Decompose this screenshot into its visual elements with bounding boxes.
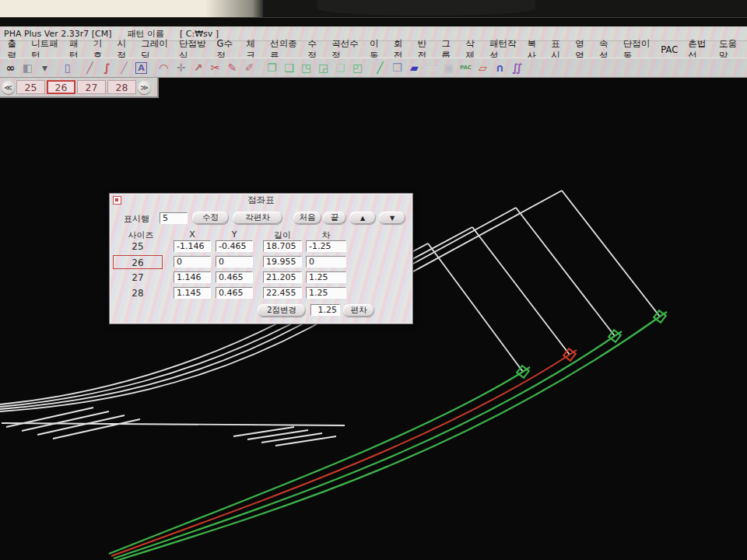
pattern-new-icon[interactable]: ❐: [264, 60, 280, 76]
scissors-icon: ✂: [211, 61, 220, 74]
cell-diff-size-28[interactable]: 1.25: [306, 287, 346, 299]
size-tab-25[interactable]: 25: [16, 80, 45, 94]
menu-bar: 출력니트패턴패턴기호시점그레이딩단점방식G수정체크선의종류수정곡선수정이동회전반…: [0, 40, 747, 58]
glasses-icon: ∞: [6, 61, 16, 74]
curve-n-icon[interactable]: ∩: [492, 60, 508, 76]
display-row-input[interactable]: 5: [160, 212, 188, 224]
curve-tool-icon[interactable]: ∫: [99, 60, 115, 76]
cell-y-size-25[interactable]: -0.465: [216, 240, 253, 252]
notch-line-6[interactable]: [247, 430, 308, 439]
column-header-x: X: [174, 229, 211, 240]
size-row-label-25[interactable]: 25: [113, 240, 163, 254]
pattern-page-icon[interactable]: ❏: [332, 60, 349, 76]
row-up-button[interactable]: ▲: [349, 212, 376, 224]
pattern-copy-icon[interactable]: ❑: [281, 60, 297, 76]
blank-page-icon[interactable]: ▭: [423, 60, 440, 76]
pencil-icon[interactable]: ✎: [224, 60, 240, 76]
menu-item-24[interactable]: PAC: [656, 44, 683, 55]
two-point-value-input[interactable]: 1.25: [310, 304, 340, 316]
size-tab-26[interactable]: 26: [47, 80, 75, 94]
side-edge-size-28[interactable]: [562, 191, 660, 317]
first-button[interactable]: 처음: [293, 212, 321, 224]
pin-icon[interactable]: ▾: [37, 60, 53, 76]
eraser-icon[interactable]: ▰: [406, 60, 423, 76]
line-tool-icon[interactable]: ╱: [82, 60, 98, 76]
side-edge-size-26[interactable]: [472, 227, 570, 355]
size-row-label-28[interactable]: 28: [113, 286, 163, 300]
room-object: [317, 0, 535, 16]
size-tab-28[interactable]: 28: [107, 80, 136, 94]
dialog-system-icon[interactable]: [113, 196, 121, 205]
bottom-curve-size-27[interactable]: [114, 331, 622, 558]
app-screen: PHA Plus Ver 2.33r7 [CM] 패턴 이름 [ C:₩sv ]…: [0, 26, 747, 560]
cell-x-size-25[interactable]: -1.146: [174, 240, 211, 252]
pattern-rotate-icon[interactable]: ◰: [349, 60, 366, 76]
deviation-button[interactable]: 편차: [343, 304, 374, 317]
bottom-curve-size-25[interactable]: [109, 367, 530, 554]
cell-diff-size-27[interactable]: 1.25: [306, 271, 346, 283]
cell-y-size-26[interactable]: 0: [216, 256, 253, 268]
cell-length-size-28[interactable]: 22.455: [263, 287, 302, 299]
pages-icon[interactable]: ▣: [440, 60, 457, 76]
cell-length-size-25[interactable]: 18.705: [263, 240, 302, 252]
cell-y-size-27[interactable]: 0.465: [216, 271, 253, 283]
pattern-page-icon: ❏: [335, 61, 345, 74]
arc-tool-icon: ◠: [160, 61, 168, 74]
size-tab-27[interactable]: 27: [77, 80, 106, 94]
angle-deviation-button[interactable]: 각편차: [233, 212, 282, 224]
pattern-join-icon[interactable]: ◲: [315, 60, 331, 76]
notch-line-8[interactable]: [275, 436, 336, 446]
column-header-length: 길이: [263, 229, 302, 241]
leaf-icon[interactable]: ╱: [372, 60, 388, 76]
cross-tool-icon[interactable]: ✛: [173, 60, 189, 76]
new-page-icon[interactable]: ▯: [59, 60, 75, 76]
arc-tool-icon[interactable]: ◠: [156, 60, 172, 76]
polyline-tool-icon: ╱: [121, 61, 127, 74]
cell-length-size-27[interactable]: 21.205: [263, 271, 302, 283]
notch-line-7[interactable]: [261, 433, 322, 443]
two-point-change-button[interactable]: 2점변경: [258, 304, 306, 317]
pen-icon[interactable]: ✐: [241, 60, 258, 76]
arrow-tool-icon[interactable]: ↗: [190, 60, 206, 76]
cell-length-size-26[interactable]: 19.955: [263, 256, 302, 268]
cell-x-size-26[interactable]: 0: [174, 256, 211, 268]
side-edge-size-25[interactable]: [428, 243, 523, 372]
column-header-y: Y: [216, 229, 253, 240]
pencil-icon: ✎: [228, 61, 237, 74]
polyline-tool-icon[interactable]: ╱: [116, 60, 132, 76]
modify-button[interactable]: 수정: [192, 212, 229, 224]
size-row-label-26[interactable]: 26: [113, 255, 163, 269]
room-wall: [0, 0, 263, 17]
row-down-button[interactable]: ▼: [379, 212, 405, 224]
size-row-label-27[interactable]: 27: [113, 271, 163, 285]
side-edge-size-27[interactable]: [516, 208, 615, 336]
arrow-tool-icon: ↗: [194, 61, 203, 74]
pattern-cut-icon[interactable]: ◳: [298, 60, 314, 76]
folder-icon[interactable]: ❒: [389, 60, 405, 76]
cell-diff-size-25[interactable]: -1.25: [306, 240, 346, 252]
pac-export-icon[interactable]: PAC: [458, 60, 474, 76]
next-sizes-button[interactable]: ≫: [138, 81, 151, 94]
paste-icon[interactable]: ◧: [19, 60, 36, 76]
display-row-label: 표시행: [124, 213, 149, 225]
pattern-outline-icon[interactable]: ▱: [475, 60, 491, 76]
cell-x-size-27[interactable]: 1.146: [174, 271, 211, 283]
cell-y-size-28[interactable]: 0.465: [216, 287, 253, 299]
pen-icon: ✐: [245, 61, 254, 74]
scissors-icon[interactable]: ✂: [207, 60, 223, 76]
curves-adjust-icon: ∬: [512, 61, 522, 74]
monitor-photo: PHA Plus Ver 2.33r7 [CM] 패턴 이름 [ C:₩sv ]…: [0, 0, 747, 560]
text-tool-icon[interactable]: A: [133, 60, 149, 76]
glasses-icon[interactable]: ∞: [2, 60, 19, 76]
dialog-title: 점좌표: [247, 194, 275, 206]
prev-sizes-button[interactable]: ≪: [2, 81, 15, 94]
dialog-title-bar[interactable]: 점좌표: [110, 194, 412, 207]
pattern-join-icon: ◲: [318, 61, 328, 74]
curves-adjust-icon[interactable]: ∬: [509, 60, 525, 76]
cell-diff-size-26[interactable]: 0: [306, 256, 346, 268]
bottom-curve-size-28[interactable]: [116, 312, 667, 560]
notch-line-5[interactable]: [233, 427, 294, 436]
last-button[interactable]: 끝: [323, 212, 346, 224]
cell-x-size-28[interactable]: 1.145: [174, 287, 211, 299]
pattern-cut-icon: ◳: [301, 61, 311, 74]
